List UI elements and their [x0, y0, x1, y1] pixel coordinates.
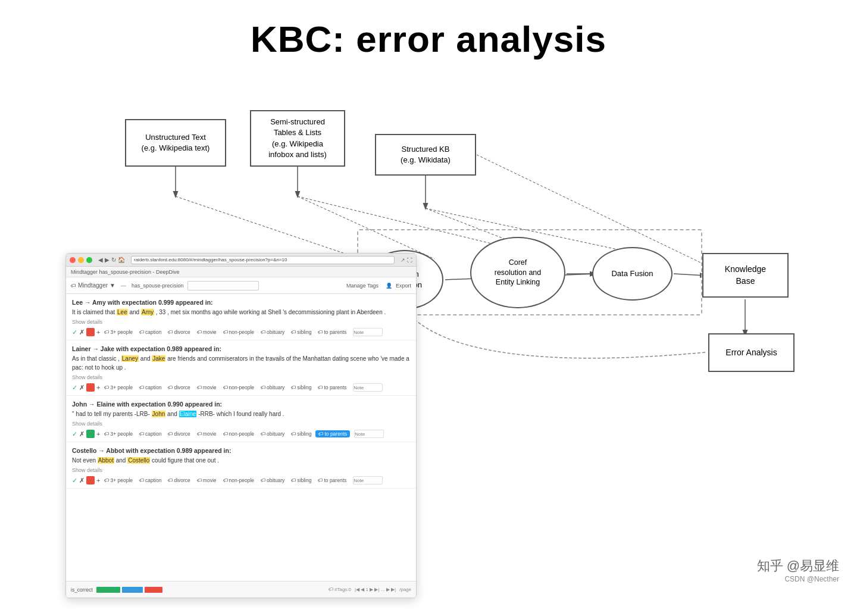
tag-obituary-4[interactable]: obituary [258, 477, 287, 484]
color-box-4[interactable] [86, 476, 95, 484]
minimize-btn[interactable] [78, 257, 84, 263]
tag-3people-2[interactable]: 3+ people [102, 384, 135, 391]
progress-red [145, 587, 162, 593]
tag-nonpeople-2[interactable]: non-people [221, 384, 257, 391]
check-3[interactable]: ✓ [72, 430, 77, 438]
x-1[interactable]: ✗ [79, 329, 85, 336]
tag-sibling-2[interactable]: sibling [289, 384, 314, 391]
unstructured-stack-2 [129, 173, 225, 218]
color-box-1[interactable] [86, 328, 95, 336]
check-1[interactable]: ✓ [72, 329, 77, 336]
tag-sibling-1[interactable]: sibling [289, 329, 314, 336]
tag-obituary-3[interactable]: obituary [258, 430, 287, 437]
tag-3people-1[interactable]: 3+ people [102, 329, 135, 336]
close-btn[interactable] [70, 257, 76, 263]
tag-nonpeople-3[interactable]: non-people [221, 430, 257, 437]
tag-obituary-2[interactable]: obituary [258, 384, 287, 391]
watermark-csdn: CSDN @Necther [757, 575, 839, 583]
svg-line-5 [298, 196, 518, 250]
tag-movie-2[interactable]: movie [195, 384, 219, 391]
tag-3people-4[interactable]: 3+ people [102, 477, 135, 484]
url-bar[interactable]: raiderb.stanford.edu:8080/#/mindtagger/h… [131, 256, 395, 264]
show-details-3[interactable]: Show details [72, 421, 410, 427]
note-3[interactable] [354, 430, 384, 438]
check-4[interactable]: ✓ [72, 477, 77, 484]
plus-1[interactable]: + [96, 329, 100, 336]
entry-2: Lainer → Jake with expectation 0.989 app… [66, 340, 416, 396]
entry-4-title: Costello → Abbot with expectation 0.989 … [72, 447, 410, 454]
tag-movie-1[interactable]: movie [195, 329, 219, 336]
tag-divorce-1[interactable]: divorce [165, 329, 192, 336]
tag-toparents-3-active[interactable]: to parents [315, 430, 350, 437]
error-analysis-box: Error Analysis [708, 333, 795, 372]
manage-tags-btn[interactable]: Manage Tags [346, 283, 379, 289]
tag-obituary-1[interactable]: obituary [258, 329, 287, 336]
page-title: KBC: error analysis [0, 0, 857, 60]
progress-green [96, 587, 120, 593]
tag-3people-3[interactable]: 3+ people [102, 430, 135, 437]
tag-toparents-2[interactable]: to parents [315, 384, 349, 391]
pagination: |◀ ◀ 1 ▶ ▶| ... ▶ ▶| [355, 587, 396, 592]
tag-divorce-2[interactable]: divorce [165, 384, 192, 391]
watermark: 知乎 @易显维 CSDN @Necther [757, 557, 839, 583]
unstructured-stack-1 [127, 170, 226, 216]
tag-caption-4[interactable]: caption [137, 477, 164, 484]
entry-3-title: John → Elaine with expectation 0.990 app… [72, 401, 410, 408]
data-fusion-ellipse: Data Fusion [592, 247, 673, 301]
browser-titlebar: ◀ ▶ ↻ 🏠 raiderb.stanford.edu:8080/#/mind… [66, 254, 416, 267]
check-2[interactable]: ✓ [72, 384, 77, 392]
page-container: KBC: error analysis [0, 0, 857, 616]
tag-movie-4[interactable]: movie [195, 477, 219, 484]
maximize-btn[interactable] [86, 257, 92, 263]
page-info: /page [399, 587, 411, 592]
tag-sibling-4[interactable]: sibling [289, 477, 314, 484]
entry-2-title: Lainer → Jake with expectation 0.989 app… [72, 345, 410, 352]
tag-caption-2[interactable]: caption [137, 384, 164, 391]
entry-3-text: " had to tell my parents -LRB- John and … [72, 409, 410, 418]
tag-sibling-3[interactable]: sibling [289, 430, 314, 437]
show-details-4[interactable]: Show details [72, 467, 410, 473]
x-2[interactable]: ✗ [79, 384, 85, 392]
diagram-area: Unstructured Text (e.g. Wikipedia text) … [101, 77, 833, 506]
entry-1-text: It is claimed that Lee and Amy , 33 , me… [72, 308, 410, 317]
tag-input[interactable] [187, 281, 259, 290]
tag-nonpeople-1[interactable]: non-people [221, 329, 257, 336]
tag-row-2: ✓ ✗ + 3+ people caption divorce movie no… [72, 383, 410, 392]
browser-content: Lee → Amy with expectation 0.999 appeare… [66, 294, 416, 598]
x-3[interactable]: ✗ [79, 430, 85, 438]
tag-divorce-3[interactable]: divorce [165, 430, 192, 437]
entry-1-title: Lee → Amy with expectation 0.999 appeare… [72, 299, 410, 306]
is-correct-label: is_correct [71, 587, 93, 593]
browser-toolbar: 🏷 Mindtagger ▼ — has_spouse-precision Ma… [66, 277, 416, 294]
browser-statusbar: is_correct 🏷 #Tags:0 |◀ ◀ 1 ▶ ▶| ... ▶ ▶… [66, 581, 416, 598]
note-1[interactable] [353, 328, 383, 336]
entry-2-text: As in that classic , Laney and Jake are … [72, 354, 410, 372]
progress-bar [96, 587, 325, 593]
entry-1: Lee → Amy with expectation 0.999 appeare… [66, 294, 416, 340]
tag-toparents-4[interactable]: to parents [315, 477, 349, 484]
browser-subtitlebar: Mindtagger has_spouse-precision - DeepDi… [66, 267, 416, 277]
tag-movie-3[interactable]: movie [195, 430, 219, 437]
browser-window: ◀ ▶ ↻ 🏠 raiderb.stanford.edu:8080/#/mind… [65, 253, 417, 598]
plus-4[interactable]: + [96, 477, 100, 484]
color-box-2[interactable] [86, 383, 95, 392]
note-2[interactable] [353, 383, 383, 392]
x-4[interactable]: ✗ [79, 477, 85, 484]
svg-line-10 [674, 274, 705, 276]
note-4[interactable] [353, 476, 383, 484]
color-box-3[interactable] [86, 430, 95, 438]
export-btn[interactable]: Export [396, 283, 411, 289]
browser-nav: ◀ ▶ ↻ 🏠 [98, 257, 125, 263]
tag-toparents-1[interactable]: to parents [315, 329, 349, 336]
tag-nonpeople-4[interactable]: non-people [221, 477, 257, 484]
tag-caption-1[interactable]: caption [137, 329, 164, 336]
watermark-zhihu: 知乎 @易显维 [757, 557, 839, 575]
show-details-2[interactable]: Show details [72, 374, 410, 380]
structured-kb-box: Structured KB (e.g. Wikidata) [375, 134, 476, 176]
plus-3[interactable]: + [96, 430, 100, 437]
plus-2[interactable]: + [96, 384, 100, 391]
show-details-1[interactable]: Show details [72, 319, 410, 325]
tag-caption-3[interactable]: caption [137, 430, 164, 437]
tag-divorce-4[interactable]: divorce [165, 477, 192, 484]
svg-line-4 [298, 196, 434, 259]
